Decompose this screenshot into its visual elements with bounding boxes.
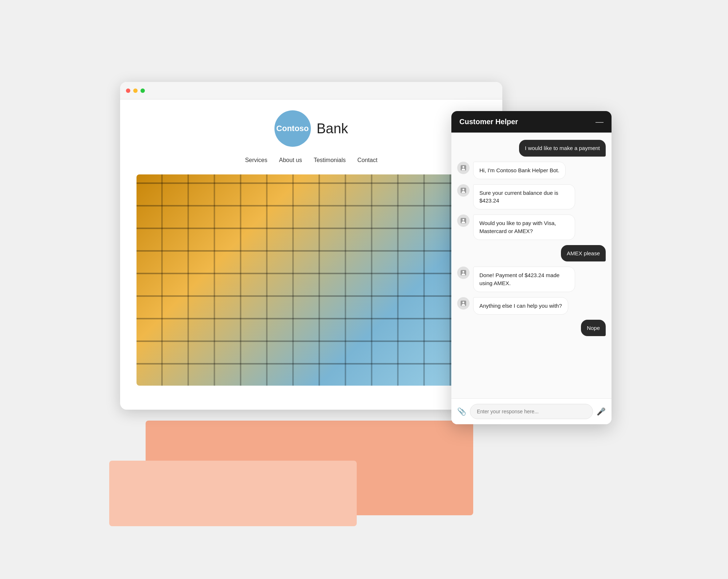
chat-minimize-button[interactable]: — — [596, 118, 604, 126]
browser-close-dot[interactable] — [126, 88, 130, 93]
bank-logo-text: Contoso — [276, 124, 309, 133]
svg-point-7 — [463, 271, 464, 273]
bot-avatar-4 — [457, 214, 470, 227]
bank-content: Contoso Bank Services About us Testimoni… — [120, 99, 502, 397]
message-row-6: Done! Payment of $423.24 made using AMEX… — [457, 267, 606, 292]
svg-point-1 — [463, 166, 464, 168]
message-row-8: Nope — [457, 320, 606, 336]
bank-name: Bank — [317, 121, 348, 137]
nav-about[interactable]: About us — [279, 157, 302, 164]
chat-widget: Customer Helper — I would like to make a… — [451, 111, 612, 424]
browser-chrome — [120, 82, 502, 99]
nav-testimonials[interactable]: Testimonials — [314, 157, 346, 164]
attach-icon[interactable]: 📎 — [457, 407, 466, 416]
message-row-1: I would like to make a payment — [457, 140, 606, 157]
nav-contact[interactable]: Contact — [357, 157, 377, 164]
message-row-5: AMEX please — [457, 245, 606, 262]
message-bubble-bot-6: Done! Payment of $423.24 made using AMEX… — [473, 267, 575, 292]
chat-header-title: Customer Helper — [459, 118, 518, 126]
message-row-4: Would you like to pay with Visa, Masterc… — [457, 214, 606, 240]
message-bubble-bot-2: Hi, I'm Contoso Bank Helper Bot. — [473, 162, 566, 179]
message-row-3: Sure your current balance due is $423.24 — [457, 184, 606, 210]
message-row-7: Anything else I can help you with? — [457, 297, 606, 315]
message-bubble-user-1: I would like to make a payment — [519, 140, 606, 157]
message-bubble-user-8: Nope — [581, 320, 606, 336]
browser-expand-dot[interactable] — [141, 88, 145, 93]
message-bubble-user-5: AMEX please — [561, 245, 606, 262]
bank-hero-image — [136, 174, 486, 386]
svg-point-9 — [463, 302, 464, 303]
bank-logo-circle: Contoso — [274, 110, 311, 147]
chat-messages: I would like to make a payment Hi, I'm C… — [451, 133, 612, 398]
browser-window: Contoso Bank Services About us Testimoni… — [120, 82, 502, 410]
chat-input[interactable] — [470, 404, 593, 419]
chat-header: Customer Helper — — [451, 111, 612, 133]
chat-input-area: 📎 🎤 — [451, 398, 612, 424]
bot-avatar-3 — [457, 184, 470, 197]
deco-rect-front — [109, 461, 357, 526]
message-bubble-bot-4: Would you like to pay with Visa, Masterc… — [473, 214, 575, 240]
mic-icon[interactable]: 🎤 — [597, 407, 606, 416]
message-bubble-bot-7: Anything else I can help you with? — [473, 297, 568, 315]
nav-services[interactable]: Services — [245, 157, 267, 164]
svg-point-3 — [463, 189, 464, 190]
message-row-2: Hi, I'm Contoso Bank Helper Bot. — [457, 162, 606, 179]
building-overlay — [136, 174, 486, 386]
bank-nav: Services About us Testimonials Contact — [245, 157, 377, 164]
message-bubble-bot-3: Sure your current balance due is $423.24 — [473, 184, 575, 210]
svg-point-5 — [463, 219, 464, 221]
bank-logo-area: Contoso Bank — [274, 110, 348, 147]
browser-minimize-dot[interactable] — [133, 88, 138, 93]
bot-avatar-2 — [457, 162, 470, 174]
scene: Contoso Bank Services About us Testimoni… — [109, 53, 619, 526]
bot-avatar-6 — [457, 267, 470, 279]
bot-avatar-7 — [457, 297, 470, 310]
